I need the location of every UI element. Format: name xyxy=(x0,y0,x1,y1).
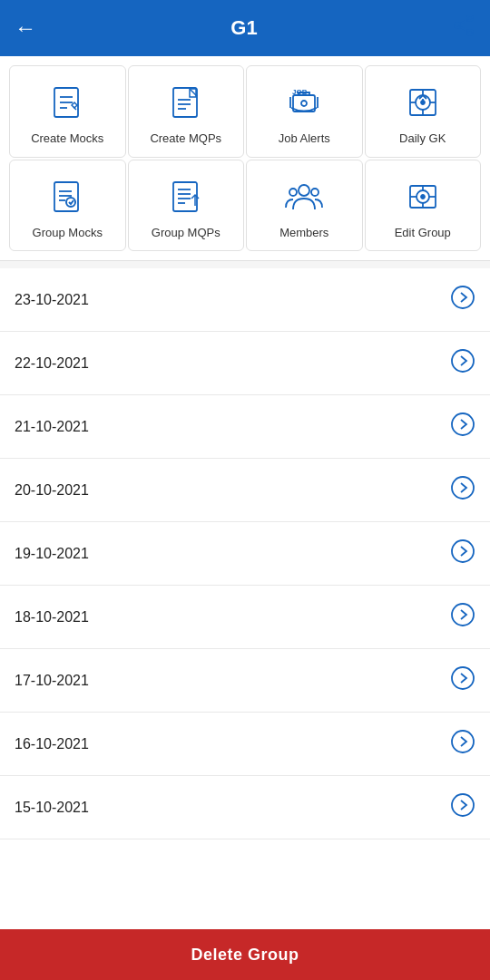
members-card[interactable]: Members xyxy=(246,160,363,252)
job-alerts-card[interactable]: JOB Job Alerts xyxy=(246,65,363,158)
svg-point-54 xyxy=(452,731,474,752)
svg-point-55 xyxy=(452,794,474,816)
date-label: 20-10-2021 xyxy=(15,482,89,499)
create-mocks-card[interactable]: Create Mocks xyxy=(9,65,126,158)
svg-point-37 xyxy=(299,185,309,196)
group-mocks-card[interactable]: Group Mocks xyxy=(9,160,126,252)
date-list-item[interactable]: 17-10-2021 xyxy=(0,649,490,713)
svg-line-3 xyxy=(460,20,468,24)
chevron-right-icon xyxy=(450,665,475,695)
date-label: 17-10-2021 xyxy=(15,673,89,689)
svg-point-53 xyxy=(452,667,474,689)
date-list-item[interactable]: 21-10-2021 xyxy=(0,395,490,459)
date-list-item[interactable]: 19-10-2021 xyxy=(0,522,490,586)
svg-point-50 xyxy=(452,477,474,499)
date-label: 21-10-2021 xyxy=(15,419,89,435)
delete-group-button[interactable]: Delete Group xyxy=(0,929,490,980)
job-alerts-icon: JOB xyxy=(282,81,326,124)
svg-point-14 xyxy=(301,101,307,106)
create-mqps-icon xyxy=(164,81,208,124)
chevron-right-icon xyxy=(450,792,475,822)
create-mqps-label: Create MQPs xyxy=(150,131,221,146)
chevron-right-icon xyxy=(450,539,475,568)
create-mqps-card[interactable]: Create MQPs xyxy=(128,65,245,158)
svg-point-0 xyxy=(467,15,473,21)
date-list-item[interactable]: 15-10-2021 xyxy=(0,776,490,839)
edit-group-icon xyxy=(401,175,445,218)
group-mqps-card[interactable]: Group MQPs xyxy=(128,160,245,252)
svg-point-30 xyxy=(66,198,75,207)
daily-gk-card[interactable]: Daily GK xyxy=(365,65,482,158)
edit-group-card[interactable]: Edit Group xyxy=(365,160,482,252)
date-list-item[interactable]: 20-10-2021 xyxy=(0,459,490,522)
page-title: G1 xyxy=(230,16,257,40)
job-alerts-label: Job Alerts xyxy=(279,131,330,146)
group-mqps-icon xyxy=(164,175,208,218)
group-mocks-icon xyxy=(45,175,89,218)
create-mocks-label: Create Mocks xyxy=(31,131,103,146)
app-header: ← G1 xyxy=(0,0,490,56)
date-label: 22-10-2021 xyxy=(15,355,89,372)
svg-rect-26 xyxy=(54,182,78,211)
svg-point-46 xyxy=(421,195,425,199)
date-list-item[interactable]: 18-10-2021 xyxy=(0,586,490,649)
svg-point-47 xyxy=(452,286,474,308)
edit-group-label: Edit Group xyxy=(395,226,451,240)
date-label: 23-10-2021 xyxy=(15,292,89,308)
feature-grid: Create Mocks Create MQPs JOB xyxy=(0,56,490,261)
daily-gk-icon xyxy=(401,81,445,124)
date-list: 23-10-202122-10-202121-10-202120-10-2021… xyxy=(0,268,490,929)
chevron-right-icon xyxy=(450,285,475,315)
back-button[interactable]: ← xyxy=(15,15,36,41)
svg-point-48 xyxy=(452,350,474,372)
members-label: Members xyxy=(279,226,328,240)
svg-line-4 xyxy=(460,27,468,32)
date-list-item[interactable]: 22-10-2021 xyxy=(0,332,490,395)
svg-text:JOB: JOB xyxy=(292,88,308,96)
date-label: 16-10-2021 xyxy=(15,736,89,752)
svg-point-1 xyxy=(455,23,460,28)
create-mocks-icon xyxy=(45,81,89,124)
date-label: 19-10-2021 xyxy=(15,546,89,562)
svg-point-2 xyxy=(467,30,473,35)
svg-point-49 xyxy=(452,413,474,435)
group-mocks-label: Group Mocks xyxy=(33,226,103,240)
chevron-right-icon xyxy=(450,602,475,632)
svg-point-38 xyxy=(289,189,297,196)
svg-point-52 xyxy=(452,604,474,626)
share-button[interactable] xyxy=(452,14,475,43)
chevron-right-icon xyxy=(450,412,475,441)
date-list-item[interactable]: 16-10-2021 xyxy=(0,713,490,776)
svg-point-39 xyxy=(311,189,318,196)
svg-point-51 xyxy=(452,540,474,562)
members-icon xyxy=(282,175,326,218)
date-list-item[interactable]: 23-10-2021 xyxy=(0,268,490,332)
daily-gk-label: Daily GK xyxy=(399,131,446,146)
chevron-right-icon xyxy=(450,729,475,759)
chevron-right-icon xyxy=(450,348,475,378)
group-mqps-label: Group MQPs xyxy=(152,226,220,240)
chevron-right-icon xyxy=(450,475,475,505)
date-label: 18-10-2021 xyxy=(15,609,89,626)
date-label: 15-10-2021 xyxy=(15,800,89,816)
